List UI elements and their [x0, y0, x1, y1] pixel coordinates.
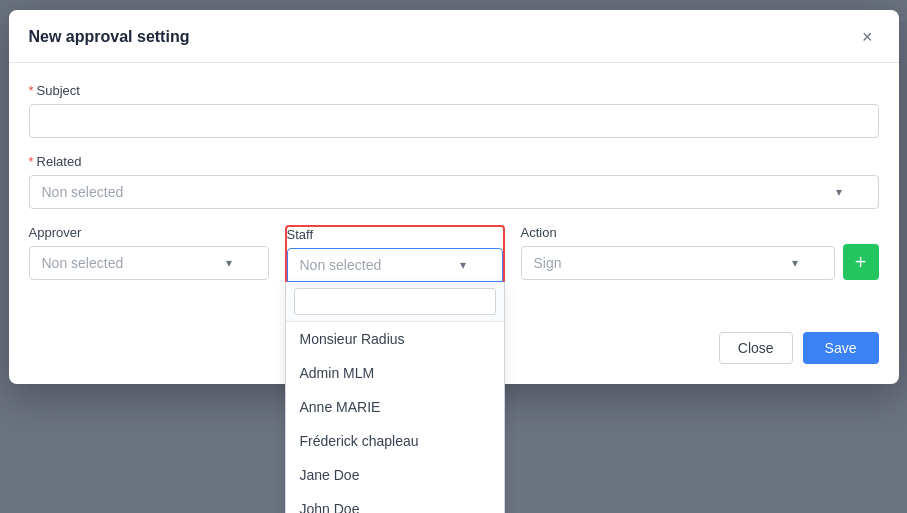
staff-option-2[interactable]: Anne MARIE [286, 390, 504, 424]
staff-label: Staff [287, 227, 503, 242]
related-required-star: * [29, 154, 34, 169]
action-select-value: Sign [534, 255, 562, 271]
approver-select[interactable]: Non selected ▾ [29, 246, 269, 280]
modal-close-button[interactable]: × [856, 26, 879, 48]
action-chevron-icon: ▾ [792, 256, 798, 270]
staff-option-4[interactable]: Jane Doe [286, 458, 504, 492]
staff-option-3[interactable]: Fréderick chapleau [286, 424, 504, 458]
staff-search-input[interactable] [294, 288, 496, 315]
action-column: Action Sign ▾ + [521, 225, 879, 280]
related-select-value: Non selected [42, 184, 124, 200]
staff-option-5[interactable]: John Doe [286, 492, 504, 513]
staff-dropdown-list: Monsieur Radius Admin MLM Anne MARIE Fré… [285, 282, 505, 513]
subject-required-star: * [29, 83, 34, 98]
modal-header: New approval setting × [9, 10, 899, 63]
modal-body: *Subject *Related Non selected ▾ Approve [9, 63, 899, 320]
approver-select-value: Non selected [42, 255, 124, 271]
approver-staff-action-row: Approver Non selected ▾ Staff Non select… [29, 225, 879, 284]
staff-select-value: Non selected [300, 257, 382, 273]
save-button[interactable]: Save [803, 332, 879, 364]
subject-input[interactable] [29, 104, 879, 138]
related-group: *Related Non selected ▾ [29, 154, 879, 209]
related-select[interactable]: Non selected ▾ [29, 175, 879, 209]
subject-group: *Subject [29, 83, 879, 138]
staff-chevron-icon: ▾ [460, 258, 466, 272]
staff-select-wrapper: Non selected ▾ Monsieur Radius Admin MLM… [287, 248, 503, 282]
add-row-button[interactable]: + [843, 244, 879, 280]
modal-overlay: New approval setting × *Subject *Related… [0, 0, 907, 513]
related-chevron-icon: ▾ [836, 185, 842, 199]
action-select[interactable]: Sign ▾ [521, 246, 835, 280]
staff-select[interactable]: Non selected ▾ [287, 248, 503, 282]
close-button[interactable]: Close [719, 332, 793, 364]
staff-option-1[interactable]: Admin MLM [286, 356, 504, 390]
action-label: Action [521, 225, 835, 240]
staff-option-0[interactable]: Monsieur Radius [286, 322, 504, 356]
approver-chevron-icon: ▾ [226, 256, 232, 270]
action-select-wrapper-outer: Action Sign ▾ [521, 225, 835, 280]
staff-dropdown-search-wrapper [286, 282, 504, 322]
subject-label: *Subject [29, 83, 879, 98]
related-label: *Related [29, 154, 879, 169]
related-select-wrapper: Non selected ▾ [29, 175, 879, 209]
approver-column: Approver Non selected ▾ [29, 225, 269, 280]
action-select-wrapper: Sign ▾ [521, 246, 835, 280]
staff-column: Staff Non selected ▾ Monsieur Radius Adm… [285, 225, 505, 284]
approver-label: Approver [29, 225, 269, 240]
approver-select-wrapper: Non selected ▾ [29, 246, 269, 280]
modal-dialog: New approval setting × *Subject *Related… [9, 10, 899, 384]
modal-title: New approval setting [29, 28, 190, 46]
